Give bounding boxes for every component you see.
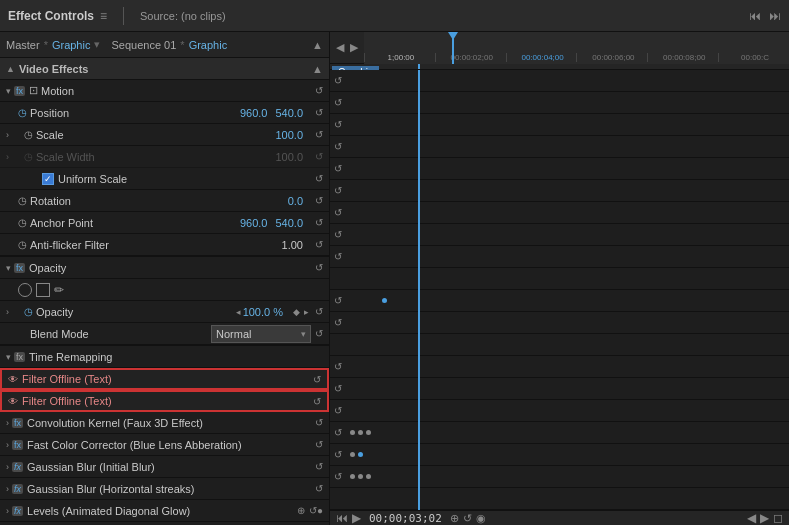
timeline-content: ↺ ↺ ↺ ↺ ↺ ↺ ↺ ↺ ↺ ↺ ↺ ↺ ↺ ↺ [330,70,789,510]
section-scroll-up-icon[interactable]: ▲ [312,63,323,75]
time-remapping-row[interactable]: ▾ fx Time Remapping [0,346,329,368]
ruler-mark-3: 00:00:06;00 [576,53,647,62]
tl-g1-reset[interactable]: ↺ [334,449,342,460]
fast-color-corrector-row[interactable]: › fx Fast Color Corrector (Blue Lens Abb… [0,434,329,456]
tl-fo1-reset[interactable]: ↺ [334,361,342,372]
anti-flicker-value[interactable]: 1.00 [282,239,303,251]
opacity-left-arrow[interactable]: ◂ [236,307,241,317]
scale-reset-icon[interactable]: ↺ [315,129,323,140]
tl-rotation-reset[interactable]: ↺ [334,185,342,196]
opacity-keyframe-icon[interactable]: ◆ [293,307,300,317]
anchor-x-value[interactable]: 960.0 [240,217,268,229]
scroll-right-icon[interactable]: ▶ [760,511,769,525]
anchor-y-value[interactable]: 540.0 [275,217,303,229]
tl-position-reset[interactable]: ↺ [334,97,342,108]
tl-fc-dot1 [350,430,355,435]
tl-scale-reset[interactable]: ↺ [334,119,342,130]
filter-offline-2-label: Filter Offline (Text) [22,395,309,407]
tl-opacity-header-reset[interactable]: ↺ [334,251,342,262]
opacity-value[interactable]: 100.0 % [243,306,283,318]
tl-uniformscale-reset[interactable]: ↺ [334,163,342,174]
blend-mode-value: Normal [216,328,251,340]
breadcrumb-collapse-icon[interactable]: ▲ [312,39,323,51]
motion-header-row[interactable]: ▾ fx ⊡ Motion ↺ [0,80,329,102]
convolution-reset-icon[interactable]: ↺ [315,417,323,428]
pen-tool-icon[interactable]: ✏ [54,283,64,297]
scale-value[interactable]: 100.0 [275,129,303,141]
play-icon[interactable]: ▶ [352,511,361,525]
breadcrumb-dropdown[interactable]: ▾ [94,38,100,51]
position-reset-icon[interactable]: ↺ [315,107,323,118]
rotation-reset-icon[interactable]: ↺ [315,195,323,206]
tl-gaussian2-row: ↺ [330,466,789,488]
ellipse-tool-icon[interactable] [18,283,32,297]
rotation-value[interactable]: 0.0 [288,195,303,207]
add-keyframe-icon[interactable]: ⊕ [450,512,459,525]
convolution-kernel-row[interactable]: › fx Convolution Kernel (Faux 3D Effect)… [0,412,329,434]
position-y-value[interactable]: 540.0 [275,107,303,119]
anchor-point-row[interactable]: ◷ Anchor Point 960.0 540.0 ↺ [0,212,329,234]
gaussian-blur-2-row[interactable]: › fx Gaussian Blur (Horizontal streaks) … [0,478,329,500]
blend-mode-dropdown[interactable]: Normal ▾ [211,325,311,343]
gaussian1-reset-icon[interactable]: ↺ [315,461,323,472]
opacity-reset-icon[interactable]: ↺ [315,306,323,317]
tl-fc-dot3 [366,430,371,435]
position-x-value[interactable]: 960.0 [240,107,268,119]
breadcrumb[interactable]: Master * Graphic ▾ Sequence 01 * Graphic… [0,32,329,58]
tl-fo2-reset[interactable]: ↺ [334,383,342,394]
uniform-scale-checkbox[interactable]: ✓ [42,173,54,185]
expand-icon[interactable]: ◻ [773,511,783,525]
opacity-row[interactable]: › ◷ Opacity ◂ 100.0 % ◆ ▸ ↺ [0,301,329,323]
scale-width-row[interactable]: › ◷ Scale Width 100.0 ↺ [0,146,329,168]
filter-offline-2-row[interactable]: 👁 Filter Offline (Text) ↺ [0,390,329,412]
fast-color-reset-icon[interactable]: ↺ [315,439,323,450]
tl-g2-reset[interactable]: ↺ [334,471,342,482]
transport-next-icon[interactable]: ⏭ [769,9,781,23]
rect-tool-icon[interactable] [36,283,50,297]
tl-motion-reset[interactable]: ↺ [334,75,342,86]
scale-row[interactable]: › ◷ Scale 100.0 ↺ [0,124,329,146]
scroll-left-icon[interactable]: ◀ [747,511,756,525]
levels-add-icon[interactable]: ⊕ [297,505,305,516]
fx-badge-gaussian1: fx [12,462,23,472]
panel-menu-icon[interactable]: ≡ [100,9,107,23]
motion-reset-icon[interactable]: ↺ [315,85,323,96]
tl-opacity-reset[interactable]: ↺ [334,295,342,306]
uniform-scale-row[interactable]: ✓ Uniform Scale ↺ [0,168,329,190]
anchor-reset-icon[interactable]: ↺ [315,217,323,228]
ruler-mark-1: 00:00:02;00 [435,53,506,62]
opacity-group-reset-icon[interactable]: ↺ [315,262,323,273]
position-row[interactable]: ◷ Position 960.0 540.0 ↺ [0,102,329,124]
uniform-scale-reset-icon[interactable]: ↺ [315,173,323,184]
tl-blendmode-reset[interactable]: ↺ [334,317,342,328]
filter-offline-1-reset-icon[interactable]: ↺ [313,374,321,385]
levels-reset-icon[interactable]: ↺ [309,505,317,516]
timeline-skip-back-icon[interactable]: ◀ [336,41,344,54]
opacity-right-arrow[interactable]: ▸ [304,307,309,317]
levels-row[interactable]: › fx Levels (Animated Diagonal Glow) ⊕ ↺… [0,500,329,522]
blend-mode-row[interactable]: Blend Mode Normal ▾ ↺ [0,323,329,345]
gaussian2-reset-icon[interactable]: ↺ [315,483,323,494]
anti-flicker-reset-icon[interactable]: ↺ [315,239,323,250]
bottom-bar: ⏮ ▶ 00;00;03;02 ⊕ ↺ ◉ ◀ ▶ ◻ [330,510,789,525]
scale-width-reset-icon[interactable]: ↺ [315,151,323,162]
tl-opacity-header-row: ↺ [330,246,789,268]
filter-offline-2-reset-icon[interactable]: ↺ [313,396,321,407]
fx-badge-time-remap: fx [14,352,25,362]
go-to-start-icon[interactable]: ⏮ [336,511,348,525]
tl-antiflicker-reset[interactable]: ↺ [334,229,342,240]
rotation-row[interactable]: ◷ Rotation 0.0 ↺ [0,190,329,212]
anti-flicker-row[interactable]: ◷ Anti-flicker Filter 1.00 ↺ [0,234,329,256]
tl-fastcolor-reset[interactable]: ↺ [334,427,342,438]
video-effects-header[interactable]: ▲ Video Effects ▲ [0,58,329,80]
timeline-skip-fwd-icon[interactable]: ▶ [350,41,358,54]
tl-scalewidth-reset[interactable]: ↺ [334,141,342,152]
filter-offline-1-row[interactable]: 👁 Filter Offline (Text) ↺ [0,368,329,390]
reset-all-icon[interactable]: ↺ [463,512,472,525]
blend-mode-reset-icon[interactable]: ↺ [315,328,323,339]
tl-anchor-reset[interactable]: ↺ [334,207,342,218]
transport-prev-icon[interactable]: ⏮ [749,9,761,23]
opacity-header-row[interactable]: ▾ fx Opacity ↺ [0,257,329,279]
tl-conv-reset[interactable]: ↺ [334,405,342,416]
gaussian-blur-1-row[interactable]: › fx Gaussian Blur (Initial Blur) ↺ [0,456,329,478]
